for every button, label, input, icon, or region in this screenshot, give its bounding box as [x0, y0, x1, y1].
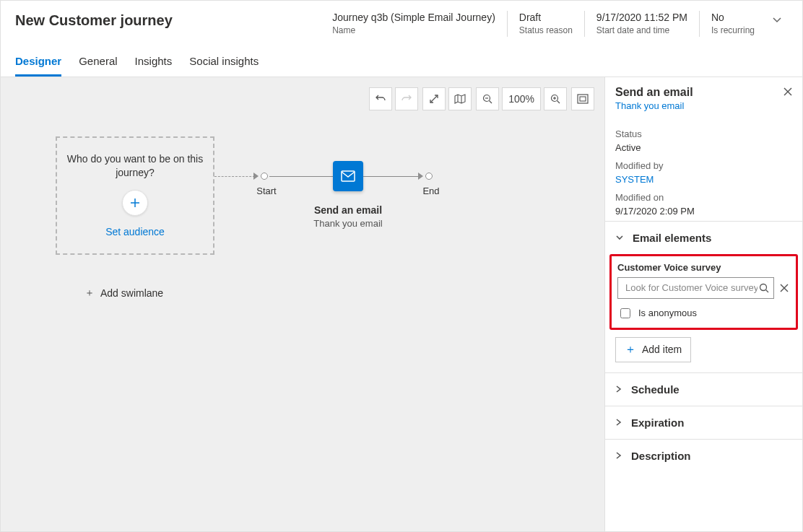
add-item-label: Add item	[642, 344, 682, 355]
chevron-right-icon	[615, 451, 622, 460]
header-status-block[interactable]: Draft Status reason	[507, 11, 584, 37]
end-node[interactable]	[425, 173, 433, 180]
tab-social-insights[interactable]: Social insights	[189, 49, 259, 77]
section-expiration: Expiration	[605, 406, 802, 439]
survey-search-input[interactable]	[624, 282, 759, 294]
add-audience-button[interactable]	[122, 190, 148, 216]
svg-rect-12	[342, 171, 355, 181]
add-swimlane-button[interactable]: ＋ Add swimlane	[84, 287, 163, 300]
connector	[363, 176, 420, 177]
header-recurring-block[interactable]: No Is recurring	[699, 11, 766, 37]
tile-subtitle: Thank you email	[298, 218, 399, 229]
page-header: New Customer journey Journey q3b (Simple…	[1, 1, 802, 43]
start-label: Start	[252, 186, 281, 196]
header-expand-button[interactable]	[766, 11, 788, 25]
is-anonymous-row[interactable]: Is anonymous	[617, 306, 790, 320]
svg-point-15	[760, 284, 767, 290]
send-email-tile[interactable]	[333, 161, 363, 191]
arrow-icon	[253, 173, 259, 180]
chevron-down-icon	[772, 15, 782, 25]
add-item-button[interactable]: ＋ Add item	[615, 337, 691, 362]
tab-designer[interactable]: Designer	[15, 49, 61, 77]
panel-title: Send an email	[615, 86, 784, 99]
header-start-block[interactable]: 9/17/2020 11:52 PM Start date and time	[584, 11, 699, 37]
section-description: Description	[605, 439, 802, 472]
audience-placeholder[interactable]: Who do you want to be on this journey? S…	[56, 136, 214, 255]
survey-lookup[interactable]	[617, 277, 774, 299]
section-title: Expiration	[631, 417, 684, 429]
panel-close-button[interactable]	[784, 86, 792, 111]
panel-meta: Status Active Modified by SYSTEM Modifie…	[605, 114, 802, 221]
is-anonymous-checkbox[interactable]	[620, 308, 630, 318]
designer-canvas[interactable]: 100% Who do you want to be on this journ…	[1, 77, 605, 531]
modifiedby-label: Modified by	[615, 160, 792, 171]
arrow-icon	[418, 173, 423, 180]
start-node[interactable]	[261, 173, 268, 180]
header-name-block[interactable]: Journey q3b (Simple Email Journey) Name	[321, 11, 507, 37]
close-icon	[784, 87, 792, 96]
modifiedon-label: Modified on	[615, 192, 792, 203]
section-title: Schedule	[631, 383, 680, 396]
set-audience-link[interactable]: Set audience	[105, 226, 165, 237]
chevron-right-icon	[615, 418, 622, 427]
section-header-email-elements[interactable]: Email elements	[605, 222, 802, 254]
customer-voice-highlight: Customer Voice survey	[609, 254, 798, 330]
section-header-expiration[interactable]: Expiration	[605, 406, 802, 439]
section-title: Email elements	[633, 232, 711, 244]
plus-icon	[129, 197, 141, 209]
modifiedby-value[interactable]: SYSTEM	[615, 174, 792, 185]
properties-panel: Send an email Thank you email Status Act…	[605, 77, 802, 531]
header-status-value: Draft	[519, 11, 573, 24]
close-icon	[780, 284, 789, 292]
plus-icon: ＋	[625, 342, 636, 357]
section-email-elements: Email elements Customer Voice survey	[605, 221, 802, 372]
status-label: Status	[615, 128, 792, 139]
header-recurring-label: Is recurring	[711, 25, 755, 37]
tile-title: Send an email	[298, 204, 399, 216]
chevron-down-icon	[615, 233, 624, 242]
connector	[269, 176, 333, 177]
mail-icon	[341, 170, 355, 182]
page-title: New Customer journey	[15, 11, 173, 29]
search-icon	[759, 283, 769, 293]
survey-clear-button[interactable]	[778, 284, 790, 292]
survey-field-label: Customer Voice survey	[617, 262, 790, 273]
canvas-inner: Who do you want to be on this journey? S…	[1, 77, 604, 531]
add-swimlane-label: Add swimlane	[100, 287, 163, 299]
chevron-right-icon	[615, 385, 622, 393]
audience-question: Who do you want to be on this journey?	[57, 152, 213, 180]
status-value: Active	[615, 142, 792, 153]
header-recurring-value: No	[711, 11, 755, 24]
tab-bar: Designer General Insights Social insight…	[1, 43, 802, 77]
header-start-label: Start date and time	[596, 25, 687, 37]
section-header-schedule[interactable]: Schedule	[605, 373, 802, 406]
is-anonymous-label: Is anonymous	[638, 308, 697, 318]
modifiedon-value: 9/17/2020 2:09 PM	[615, 206, 792, 217]
connector-dashed	[214, 176, 255, 177]
section-schedule: Schedule	[605, 372, 802, 406]
header-status-label: Status reason	[519, 25, 573, 37]
section-header-description[interactable]: Description	[605, 440, 802, 472]
svg-line-16	[766, 289, 769, 292]
end-label: End	[417, 186, 446, 196]
tab-insights[interactable]: Insights	[135, 49, 173, 77]
app-root: New Customer journey Journey q3b (Simple…	[0, 0, 803, 532]
panel-subtitle-link[interactable]: Thank you email	[615, 100, 784, 111]
main-area: 100% Who do you want to be on this journ…	[1, 77, 802, 531]
header-start-value: 9/17/2020 11:52 PM	[596, 11, 687, 24]
tab-general[interactable]: General	[79, 49, 117, 77]
panel-header: Send an email Thank you email	[605, 77, 802, 114]
plus-icon: ＋	[84, 287, 95, 300]
header-name-label: Name	[332, 25, 495, 37]
header-name-value: Journey q3b (Simple Email Journey)	[332, 11, 495, 24]
section-title: Description	[631, 450, 691, 462]
